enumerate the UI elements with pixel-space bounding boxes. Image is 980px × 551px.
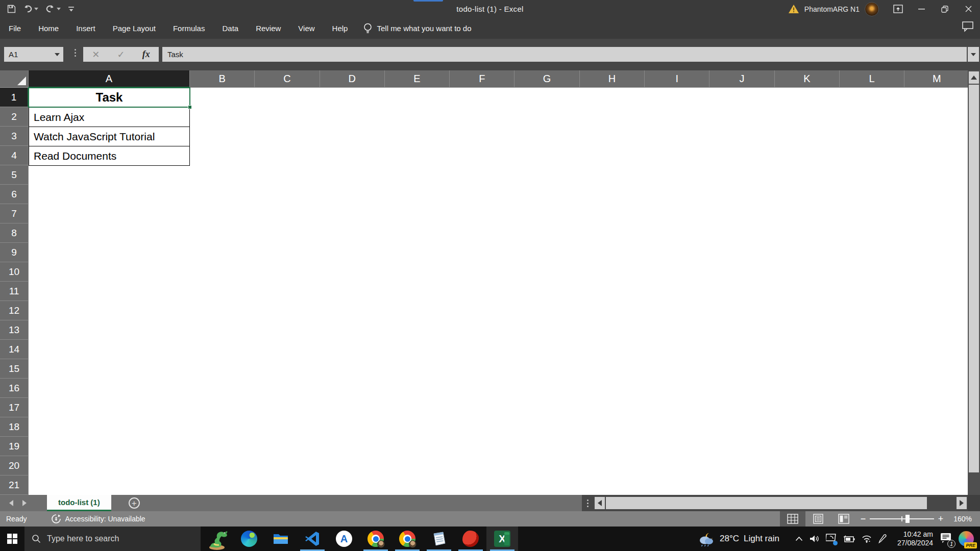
zoom-slider[interactable] <box>870 511 934 527</box>
formula-input[interactable]: Task <box>162 47 967 62</box>
accessibility-status[interactable]: Accessibility: Unavailable <box>51 514 145 524</box>
taskbar-app-file-explorer[interactable] <box>265 527 297 551</box>
row-header-17[interactable]: 17 <box>0 398 29 417</box>
tab-home[interactable]: Home <box>30 18 67 39</box>
zoom-slider-thumb[interactable] <box>905 515 910 523</box>
row-header-7[interactable]: 7 <box>0 204 29 223</box>
formula-bar-handle[interactable] <box>75 49 76 57</box>
row-header-9[interactable]: 9 <box>0 243 29 262</box>
confirm-entry-icon[interactable]: ✓ <box>117 49 125 60</box>
row-header-10[interactable]: 10 <box>0 262 29 282</box>
horizontal-scrollbar-thumb[interactable] <box>606 497 927 509</box>
column-header-D[interactable]: D <box>320 70 385 88</box>
row-header-2[interactable]: 2 <box>0 107 29 127</box>
column-header-J[interactable]: J <box>709 70 774 88</box>
avatar[interactable] <box>865 2 879 16</box>
notification-center-button[interactable]: 1 <box>940 532 952 545</box>
row-header-6[interactable]: 6 <box>0 185 29 204</box>
taskbar-app-a-tool[interactable]: A <box>328 527 360 551</box>
pen-icon[interactable] <box>878 534 887 543</box>
tab-page-layout[interactable]: Page Layout <box>104 18 164 39</box>
tab-review[interactable]: Review <box>247 18 289 39</box>
wifi-icon[interactable] <box>862 535 872 543</box>
taskbar-app-edge[interactable] <box>233 527 265 551</box>
row-header-18[interactable]: 18 <box>0 417 29 437</box>
page-break-preview-button[interactable] <box>831 511 856 527</box>
tab-file[interactable]: File <box>0 18 30 39</box>
start-button[interactable] <box>0 527 24 551</box>
sheet-nav-left-icon[interactable] <box>9 500 13 506</box>
copilot-button[interactable]: PRE <box>959 531 974 546</box>
tab-data[interactable]: Data <box>213 18 247 39</box>
taskbar-app-chrome-profile2[interactable] <box>391 527 423 551</box>
column-header-I[interactable]: I <box>645 70 709 88</box>
worksheet-grid[interactable]: ABCDEFGHIJKLM 12345678910111213141516171… <box>0 70 968 511</box>
column-header-C[interactable]: C <box>255 70 320 88</box>
scroll-right-button[interactable] <box>957 497 967 509</box>
column-header-L[interactable]: L <box>840 70 904 88</box>
cast-status-icon[interactable] <box>826 534 836 544</box>
taskbar-app-notepad[interactable] <box>423 527 455 551</box>
restore-button[interactable] <box>933 0 957 18</box>
account-info[interactable]: PhantomARG N1 <box>788 2 879 16</box>
cancel-entry-icon[interactable]: ✕ <box>92 49 100 60</box>
scroll-up-button[interactable] <box>969 71 979 84</box>
normal-view-button[interactable] <box>780 511 805 527</box>
tray-expand-icon[interactable] <box>795 536 803 541</box>
zoom-level[interactable]: 160% <box>947 515 980 523</box>
sheet-tab-active[interactable]: todo-list (1) <box>47 495 111 511</box>
row-header-5[interactable]: 5 <box>0 165 29 185</box>
zoom-in-button[interactable]: + <box>934 514 947 524</box>
row-header-4[interactable]: 4 <box>0 146 29 165</box>
ribbon-display-options-button[interactable] <box>886 0 910 18</box>
taskbar-app-excel[interactable]: X <box>486 527 518 551</box>
sheet-nav-right-icon[interactable] <box>22 500 27 506</box>
column-header-M[interactable]: M <box>904 70 968 88</box>
column-header-K[interactable]: K <box>775 70 840 88</box>
tab-insert[interactable]: Insert <box>67 18 104 39</box>
row-header-21[interactable]: 21 <box>0 475 29 495</box>
column-header-B[interactable]: B <box>190 70 255 88</box>
weather-widget[interactable]: 28°C Light rain <box>698 531 779 546</box>
row-header-1[interactable]: 1 <box>0 88 29 107</box>
horizontal-scrollbar-track[interactable] <box>927 497 957 509</box>
column-header-H[interactable]: H <box>580 70 645 88</box>
select-all-button[interactable] <box>0 70 29 88</box>
scroll-left-button[interactable] <box>595 497 605 509</box>
row-header-8[interactable]: 8 <box>0 223 29 243</box>
cell-A3[interactable]: Watch JavaScript Tutorial <box>29 127 190 146</box>
horizontal-scrollbar[interactable] <box>582 495 980 511</box>
cell-A4[interactable]: Read Documents <box>29 146 190 166</box>
taskbar-app-paint[interactable] <box>455 527 486 551</box>
minimize-button[interactable] <box>910 0 933 18</box>
taskbar-search-input[interactable]: Type here to search <box>24 527 201 551</box>
volume-icon[interactable] <box>810 535 819 543</box>
battery-icon[interactable] <box>843 535 855 542</box>
row-header-11[interactable]: 11 <box>0 282 29 301</box>
formula-bar-expand-button[interactable] <box>968 47 979 62</box>
taskbar-app-chrome-profile1[interactable] <box>360 527 391 551</box>
tab-formulas[interactable]: Formulas <box>164 18 214 39</box>
taskbar-app-crocodile-mascot[interactable] <box>201 527 233 551</box>
column-header-E[interactable]: E <box>385 70 450 88</box>
row-header-3[interactable]: 3 <box>0 127 29 146</box>
insert-function-icon[interactable]: fx <box>142 49 150 60</box>
tab-splitter-handle[interactable] <box>587 499 589 507</box>
comments-button[interactable] <box>962 21 974 34</box>
clock[interactable]: 10:42 am 27/08/2024 <box>897 530 933 547</box>
column-header-A[interactable]: A <box>29 70 190 88</box>
zoom-out-button[interactable]: − <box>856 514 870 524</box>
column-header-F[interactable]: F <box>450 70 514 88</box>
row-header-20[interactable]: 20 <box>0 456 29 475</box>
row-header-14[interactable]: 14 <box>0 340 29 359</box>
name-box[interactable]: A1 <box>4 47 63 62</box>
row-header-19[interactable]: 19 <box>0 437 29 456</box>
column-header-G[interactable]: G <box>514 70 579 88</box>
cell-A1[interactable]: Task <box>29 88 190 107</box>
page-layout-view-button[interactable] <box>805 511 831 527</box>
vertical-scrollbar-thumb[interactable] <box>969 85 979 472</box>
tab-help[interactable]: Help <box>324 18 357 39</box>
row-header-13[interactable]: 13 <box>0 320 29 340</box>
row-header-16[interactable]: 16 <box>0 379 29 398</box>
close-button[interactable] <box>957 0 980 18</box>
